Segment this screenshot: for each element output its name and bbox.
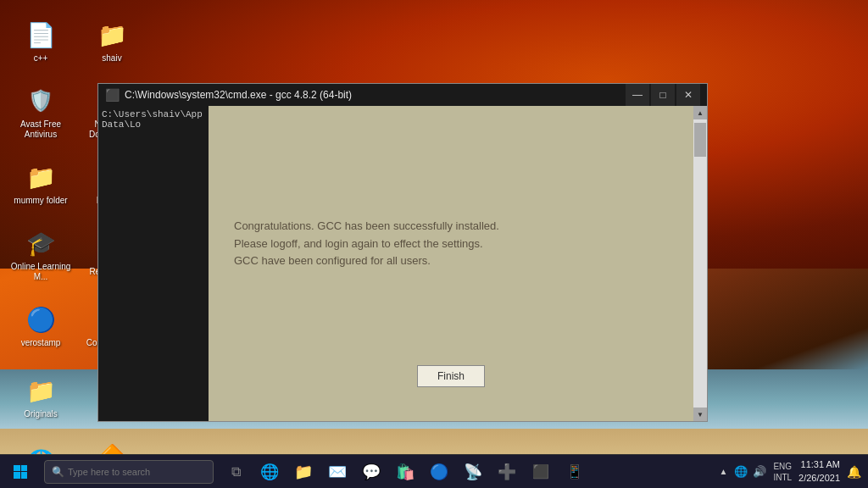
desktop-icon-originals[interactable]: 📁 Originals (7, 363, 75, 430)
originals-label: Originals (24, 409, 57, 419)
lang-sub-text: INTL (773, 472, 792, 483)
cmd-titlebar[interactable]: ⬛ C:\Windows\system32\cmd.exe - gcc 4.8.… (98, 84, 707, 106)
taskbar-skype[interactable]: 💬 (356, 457, 387, 487)
verostamp-icon: 🔵 (24, 302, 58, 336)
time-display: 11:31 AM (798, 458, 840, 471)
installer-line-1: Congratulations. GCC has been successful… (234, 218, 668, 236)
cmd-scrollbar[interactable]: ▲ ▼ (693, 106, 707, 421)
online-learning-label: Online Learning M... (10, 262, 71, 282)
cmd-content: C:\Users\shaiv\AppData\Lo Congratulation… (98, 106, 707, 421)
taskbar-tablet[interactable]: 📱 (559, 457, 590, 487)
taskbar-task-view[interactable]: ⧉ (220, 457, 251, 487)
desktop-icon-cpp[interactable]: 📄 c++ (7, 7, 75, 75)
taskbar-icons: ⧉ 🌐 📁 ✉️ 💬 🛍️ 🔵 📡 (220, 457, 590, 487)
store-taskbar-icon: 🛍️ (396, 463, 415, 481)
installer-line-3: GCC have been configured for all users. (234, 252, 668, 270)
scroll-thumb[interactable] (694, 123, 706, 157)
originals-icon: 📁 (24, 374, 58, 408)
windows-logo-icon (14, 465, 27, 479)
cmd-controls: — □ ✕ (626, 84, 700, 106)
scroll-track[interactable] (693, 119, 707, 408)
online-learning-icon: 🎓 (24, 226, 58, 260)
search-input[interactable] (68, 467, 203, 477)
desktop-icon-shaiv[interactable]: 📁 shaiv (78, 7, 146, 75)
expand-tray-icon[interactable]: ▲ (719, 467, 727, 476)
finish-button[interactable]: Finish (417, 365, 485, 387)
taskbar-edge[interactable]: 🌐 (254, 457, 285, 487)
tablet-taskbar-icon: 📱 (566, 463, 583, 480)
shaiv-label: shaiv (102, 53, 121, 64)
mummy-icon: 📁 (24, 160, 58, 194)
language-indicator[interactable]: ENG INTL (773, 461, 792, 483)
cmd-minimize-button[interactable]: — (626, 84, 649, 106)
desktop-icon-avast[interactable]: 🛡️ Avast Free Antivirus (7, 78, 75, 146)
clock[interactable]: 11:31 AM 2/26/2021 (798, 458, 840, 485)
cmd-path-text: C:\Users\shaiv\AppData\Lo (102, 109, 205, 130)
desktop-icon-online-learning[interactable]: 🎓 Online Learning M... (7, 220, 75, 288)
date-display: 2/26/2021 (798, 472, 840, 485)
volume-tray-icon[interactable]: 🔊 (753, 465, 766, 478)
taskbar-right: ▲ 🌐 🔊 ENG INTL 11:31 AM 2/26/2021 🔔 (719, 458, 868, 485)
taskbar-plus[interactable]: ➕ (492, 457, 522, 487)
system-tray: 🌐 🔊 (734, 465, 766, 478)
avast-label: Avast Free Antivirus (10, 119, 71, 140)
scroll-up-button[interactable]: ▲ (693, 106, 707, 119)
cpp-label: c++ (34, 53, 48, 64)
notification-icon[interactable]: 🔔 (847, 465, 861, 479)
cmd-title-icon: ⬛ (105, 88, 120, 102)
taskbar-cmd[interactable]: ⬛ (526, 457, 556, 487)
taskbar-explorer[interactable]: 📁 (288, 457, 319, 487)
verostamp-label: verostamp (21, 338, 61, 348)
filezilla-taskbar-icon: 📡 (464, 463, 482, 481)
taskbar: 🔍 ⧉ 🌐 📁 ✉️ 💬 🛍️ 🔵 (0, 454, 868, 488)
cpp-icon: 📄 (24, 18, 58, 52)
chrome-taskbar-icon: 🔵 (430, 463, 448, 481)
installer-line-2: Please logoff, and login again to effect… (234, 236, 668, 253)
cmd-main-panel: Congratulations. GCC has been successful… (209, 106, 693, 421)
start-button[interactable] (0, 455, 41, 489)
desktop-icon-mummy[interactable]: 📁 mummy folder (7, 149, 75, 217)
edge-taskbar-icon: 🌐 (260, 463, 279, 481)
avast-icon: 🛡️ (24, 84, 58, 118)
skype-taskbar-icon: 💬 (362, 463, 381, 481)
mail-taskbar-icon: ✉️ (328, 463, 347, 481)
finish-area: Finish (234, 365, 668, 404)
taskbar-filezilla[interactable]: 📡 (458, 457, 488, 487)
desktop-icon-verostamp[interactable]: 🔵 verostamp (7, 291, 75, 359)
lang-text: ENG (773, 461, 792, 472)
cmd-title-text: C:\Windows\system32\cmd.exe - gcc 4.8.2 … (125, 89, 626, 101)
desktop: 📄 c++ 📁 shaiv 🛡️ Avast Free Antivirus 📝 … (0, 0, 868, 488)
cmd-close-button[interactable]: ✕ (676, 84, 700, 106)
search-icon: 🔍 (52, 466, 64, 478)
search-box[interactable]: 🔍 (44, 460, 214, 484)
shaiv-icon: 📁 (95, 18, 129, 52)
network-tray-icon[interactable]: 🌐 (734, 465, 748, 478)
task-view-icon: ⧉ (231, 464, 241, 480)
installer-message: Congratulations. GCC has been successful… (234, 123, 668, 365)
explorer-taskbar-icon: 📁 (294, 463, 313, 481)
cmd-taskbar-icon: ⬛ (532, 463, 549, 480)
taskbar-store[interactable]: 🛍️ (390, 457, 420, 487)
scroll-down-button[interactable]: ▼ (693, 408, 707, 421)
mummy-label: mummy folder (14, 196, 67, 206)
plus-taskbar-icon: ➕ (498, 463, 516, 481)
cmd-maximize-button[interactable]: □ (651, 84, 675, 106)
taskbar-mail[interactable]: ✉️ (322, 457, 353, 487)
cmd-window: ⬛ C:\Windows\system32\cmd.exe - gcc 4.8.… (97, 83, 708, 422)
taskbar-chrome[interactable]: 🔵 (424, 457, 454, 487)
cmd-left-panel: C:\Users\shaiv\AppData\Lo (98, 106, 209, 421)
